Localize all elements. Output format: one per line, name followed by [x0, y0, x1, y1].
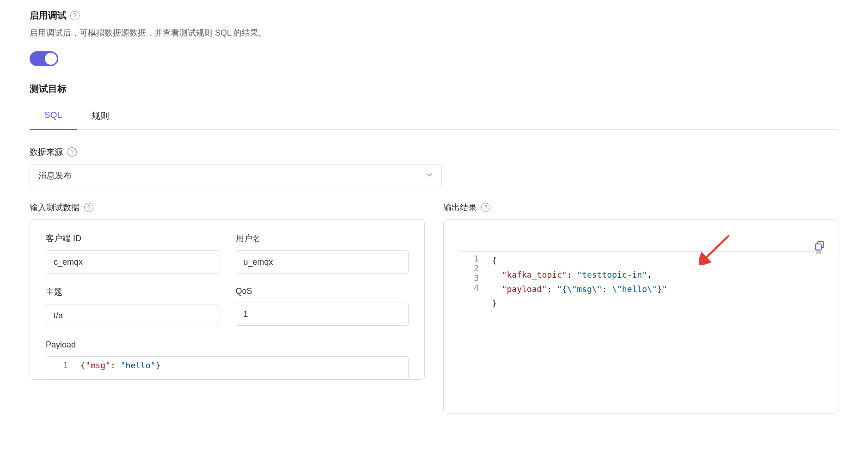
output-panel: 1234 { "kafka_topic": "testtopic-in", "p…	[443, 219, 838, 413]
topic-label: 主题	[46, 286, 219, 298]
page-root: 启用调试 ? 启用调试后，可模拟数据源数据，并查看测试规则 SQL 的结果。 测…	[0, 0, 868, 413]
data-source-select-wrap: 消息发布	[30, 164, 442, 187]
input-column: 输入测试数据 ? 客户端 ID 用户名 主题	[30, 202, 425, 413]
tab-rule[interactable]: 规则	[77, 104, 124, 129]
svg-rect-1	[815, 244, 821, 250]
test-target-label: 测试目标	[30, 83, 838, 95]
output-code-lines: { "kafka_topic": "testtopic-in", "payloa…	[485, 252, 672, 313]
tabs: SQL 规则	[30, 104, 838, 130]
data-source-label: 数据来源 ?	[30, 146, 838, 158]
help-icon[interactable]: ?	[70, 11, 79, 20]
username-input[interactable]	[236, 250, 409, 274]
input-data-label: 输入测试数据 ?	[30, 202, 425, 213]
help-icon[interactable]: ?	[67, 147, 77, 157]
topic-input[interactable]	[46, 304, 219, 327]
copy-icon[interactable]	[814, 240, 825, 251]
data-source-select[interactable]: 消息发布	[30, 164, 442, 187]
qos-field: QoS	[236, 286, 409, 327]
chevron-down-icon	[426, 171, 433, 181]
output-gutter: 1234	[460, 252, 485, 313]
output-column: 输出结果 ? 1234 { "kafka_topic": "testtopic-…	[443, 202, 838, 413]
scroll-indicator	[816, 250, 821, 254]
data-source-value: 消息发布	[38, 170, 72, 181]
client-id-label: 客户端 ID	[46, 233, 219, 244]
output-label: 输出结果 ?	[443, 202, 838, 213]
payload-label: Payload	[46, 340, 409, 350]
client-id-input[interactable]	[46, 250, 219, 274]
debug-toggle[interactable]	[30, 51, 58, 66]
qos-input[interactable]	[236, 303, 409, 326]
enable-debug-title-text: 启用调试	[30, 9, 67, 22]
help-icon[interactable]: ?	[84, 203, 93, 212]
toggle-knob	[45, 53, 57, 65]
input-data-label-text: 输入测试数据	[30, 202, 79, 213]
payload-gutter: 1	[46, 357, 75, 379]
tab-sql[interactable]: SQL	[30, 104, 77, 129]
help-icon[interactable]: ?	[481, 203, 490, 212]
enable-debug-title: 启用调试 ?	[30, 9, 838, 22]
payload-code-line: {"msg": "hello"}	[75, 357, 166, 379]
data-source-label-text: 数据来源	[30, 146, 63, 158]
username-label: 用户名	[236, 233, 409, 244]
enable-debug-description: 启用调试后，可模拟数据源数据，并查看测试规则 SQL 的结果。	[30, 27, 838, 38]
output-wrap: 1234 { "kafka_topic": "testtopic-in", "p…	[444, 220, 838, 313]
username-field: 用户名	[236, 233, 409, 274]
qos-label: QoS	[236, 286, 409, 296]
output-label-text: 输出结果	[443, 202, 477, 213]
topic-field: 主题	[46, 286, 219, 327]
two-column: 输入测试数据 ? 客户端 ID 用户名 主题	[30, 202, 838, 413]
client-id-field: 客户端 ID	[46, 233, 219, 274]
payload-field: Payload 1 {"msg": "hello"}	[46, 340, 409, 379]
input-panel: 客户端 ID 用户名 主题 QoS	[30, 219, 425, 380]
payload-code-editor[interactable]: 1 {"msg": "hello"}	[46, 356, 409, 379]
output-code-viewer[interactable]: 1234 { "kafka_topic": "testtopic-in", "p…	[460, 251, 821, 313]
